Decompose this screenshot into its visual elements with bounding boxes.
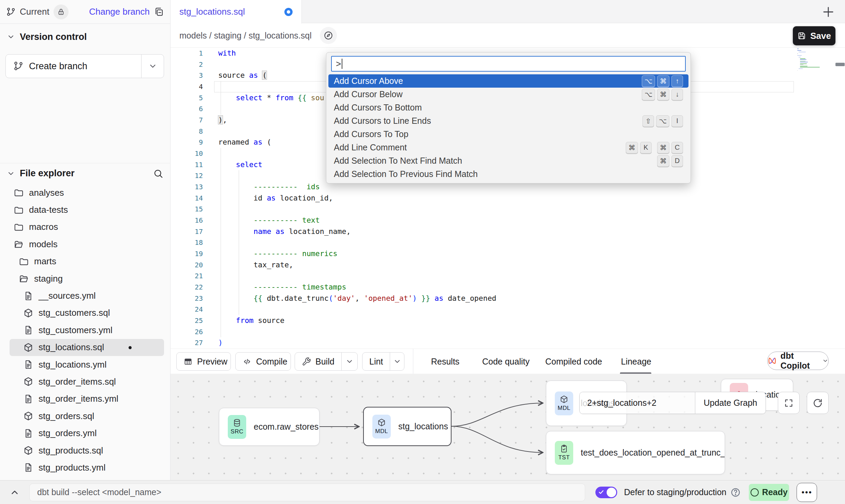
cube-icon (23, 411, 33, 421)
command-label: Add Cursor Above (334, 76, 403, 86)
line-number: 5 (171, 92, 203, 104)
button-label: Preview (197, 357, 227, 367)
button-label: Lint (369, 357, 383, 367)
file-item-stg-customers-yml[interactable]: stg_customers.yml (0, 322, 170, 339)
file-item-stg-products-yml[interactable]: stg_products.yml (0, 459, 170, 476)
command-item-add-line-comment[interactable]: Add Line Comment⌘K⌘C (328, 141, 688, 154)
change-branch-link[interactable]: Change branch (89, 6, 150, 17)
file-item-label: stg_customers.yml (39, 325, 113, 336)
node-label: test_does_location_opened_at_trunc_t... (581, 448, 725, 458)
file-item-stg-locations-yml[interactable]: stg_locations.yml (0, 356, 170, 373)
command-item-add-cursor-below[interactable]: Add Cursor Below⌥⌘↓ (328, 88, 688, 101)
build-button[interactable]: Build (295, 352, 358, 371)
chevron-down-icon (148, 62, 157, 71)
update-graph-button[interactable]: Update Graph (695, 392, 766, 414)
lineage-node-mdl-stg-locations[interactable]: MDLstg_locations (363, 407, 451, 446)
file-item-models[interactable]: models (0, 236, 170, 253)
command-label: Add Line Comment (334, 143, 407, 152)
command-item-add-selection-to-previous-find-match[interactable]: Add Selection To Previous Find Match (328, 167, 688, 181)
command-item-add-selection-to-next-find-match[interactable]: Add Selection To Next Find Match⌘D (328, 154, 688, 167)
command-query: > (336, 59, 341, 69)
create-branch-dropdown[interactable] (141, 55, 164, 78)
file-item-stg-order-items-yml[interactable]: stg_order_items.yml (0, 390, 170, 407)
compile-button[interactable]: Compile (235, 352, 291, 371)
file-item-stg-order-items-sql[interactable]: stg_order_items.sql (0, 373, 170, 390)
file-item-label: stg_orders.sql (39, 411, 94, 421)
minimap[interactable] (797, 48, 828, 76)
line-number: 1 (171, 48, 203, 59)
line-source: select * from {{ sou (218, 92, 324, 104)
copy-icon[interactable] (154, 7, 164, 17)
lineage-panel[interactable]: SRCecom.raw_storesMDLstg_locationsMDLloc… (171, 374, 845, 480)
chevron-down-icon (7, 169, 15, 178)
database-icon (233, 418, 241, 427)
build-dropdown[interactable] (341, 353, 357, 370)
dbt-command-input[interactable]: dbt build --select <model_name> (29, 484, 585, 501)
toolbar-divider (413, 349, 413, 374)
help-icon[interactable] (730, 487, 741, 498)
command-item-add-cursor-above[interactable]: Add Cursor Above⌥⌘↑ (328, 74, 688, 88)
file-item-stg-products-sql[interactable]: stg_products.sql (0, 442, 170, 459)
keycap: ⌘ (657, 142, 669, 153)
line-number: 10 (171, 148, 203, 159)
file-item--sources-yml[interactable]: __sources.yml (0, 287, 170, 304)
command-item-add-selection-to-all-find-matches[interactable]: Add Selection To All Find Matches (328, 181, 688, 183)
file-item-stg-orders-sql[interactable]: stg_orders.sql (0, 407, 170, 425)
preview-button[interactable]: Preview (176, 352, 231, 371)
version-control-title: Version control (20, 32, 87, 42)
tab-results[interactable]: Results (431, 349, 459, 374)
file-item-stg-orders-yml[interactable]: stg_orders.yml (0, 425, 170, 442)
tab-stg-locations-sql[interactable]: stg_locations.sql (171, 0, 302, 24)
line-number: 22 (171, 282, 203, 293)
command-item-add-cursors-to-line-ends[interactable]: Add Cursors to Line Ends⇧⌥I (328, 114, 688, 128)
file-item-marts[interactable]: marts (0, 253, 170, 270)
refresh-button[interactable] (807, 392, 829, 414)
git-branch-icon (13, 61, 24, 71)
indent-guide (239, 170, 239, 315)
fullscreen-button[interactable] (778, 392, 800, 414)
graph-selector-input[interactable]: 2+stg_locations+2 (580, 392, 695, 414)
more-options-button[interactable]: ••• (797, 483, 817, 502)
line-source: from source (218, 315, 284, 326)
command-item-add-cursors-to-bottom[interactable]: Add Cursors To Bottom (328, 101, 688, 114)
file-item-stg-locations-sql[interactable]: stg_locations.sql (10, 339, 164, 356)
create-branch-button[interactable]: Create branch (5, 54, 164, 78)
tab-compiled-code[interactable]: Compiled code (545, 349, 602, 374)
lineage-node-src-ecom-raw-stores[interactable]: SRCecom.raw_stores (219, 408, 320, 446)
file-item-macros[interactable]: macros (0, 219, 170, 236)
unsaved-indicator-icon (284, 8, 293, 16)
code-line-20: 20 tax_rate, (171, 260, 845, 271)
command-item-add-cursors-to-top[interactable]: Add Cursors To Top (328, 128, 688, 141)
minimap-slider[interactable] (835, 63, 845, 66)
cube-icon (560, 395, 568, 404)
lineage-node-tst-test-does-location-opened-at-t[interactable]: TSTtest_does_location_opened_at_trunc_t.… (546, 431, 725, 474)
search-icon[interactable] (153, 168, 163, 179)
tab-code-quality[interactable]: Code quality (482, 349, 530, 374)
dbt-command-text: dbt build --select <model_name> (37, 487, 161, 497)
lint-dropdown[interactable] (390, 353, 404, 370)
chevron-up-icon[interactable] (10, 487, 20, 498)
version-control-header[interactable]: Version control (0, 27, 170, 47)
defer-toggle[interactable] (595, 487, 617, 498)
file-item-analyses[interactable]: analyses (0, 184, 170, 201)
code-line-18: 18 (171, 237, 845, 248)
line-number: 25 (171, 315, 203, 326)
file-item-data-tests[interactable]: data-tests (0, 201, 170, 218)
lint-button[interactable]: Lint (362, 352, 404, 371)
navigate-button[interactable] (320, 27, 337, 44)
dbt-copilot-button[interactable]: dbt Copilot (767, 352, 829, 370)
code-line-16: 16 ---------- text (171, 215, 845, 226)
new-tab-button[interactable] (821, 5, 835, 19)
line-number: 24 (171, 304, 203, 315)
file-item-stg-customers-sql[interactable]: stg_customers.sql (0, 305, 170, 322)
node-badge-label: MDL (375, 428, 388, 435)
save-button[interactable]: Save (793, 26, 835, 45)
file-item-staging[interactable]: staging (0, 270, 170, 287)
command-palette-input[interactable]: > (331, 56, 686, 72)
doc-icon (23, 325, 33, 335)
code-line-27: 27) (171, 337, 845, 349)
file-explorer-header[interactable]: File explorer (0, 163, 170, 183)
line-number: 21 (171, 270, 203, 282)
defer-label: Defer to staging/production (624, 487, 726, 497)
tab-lineage[interactable]: Lineage (621, 349, 651, 374)
